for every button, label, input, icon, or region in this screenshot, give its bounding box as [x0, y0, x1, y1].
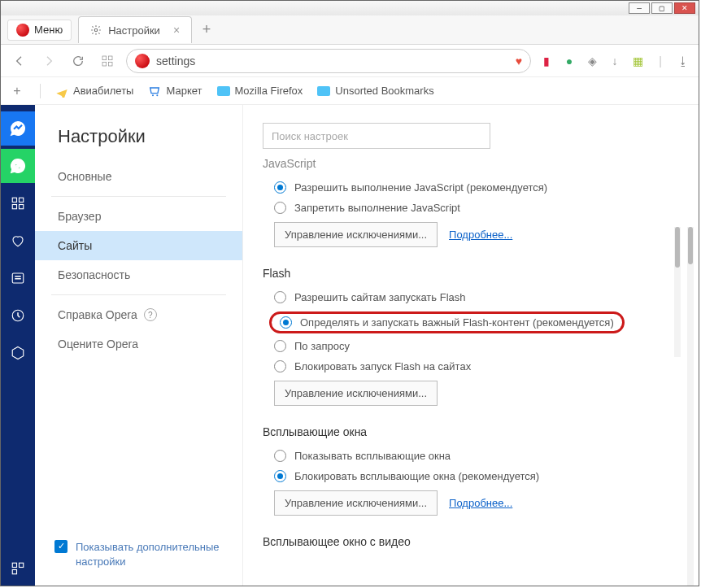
tab-settings[interactable]: Настройки ×: [78, 16, 192, 43]
opera-menu-label: Меню: [34, 24, 63, 36]
nav-back-button[interactable]: [9, 50, 30, 72]
page-scrollbar[interactable]: [687, 227, 694, 586]
ext-download-icon[interactable]: ↓: [607, 54, 622, 68]
section-javascript: JavaScript Разрешить выполнение JavaScri…: [263, 157, 679, 247]
ext-globe-icon[interactable]: ●: [562, 54, 577, 68]
ext-android-icon[interactable]: ▦: [630, 54, 645, 68]
bookmark-unsorted[interactable]: Unsorted Bookmarks: [317, 85, 433, 97]
nav-reload-button[interactable]: [67, 50, 89, 72]
rail-bookmarks[interactable]: [1, 224, 35, 258]
sidebar-item-sites[interactable]: Сайты: [35, 231, 242, 260]
tab-bar: Меню Настройки × +: [1, 15, 699, 45]
rail-speed-dial[interactable]: [1, 186, 35, 220]
extension-icons: ▮ ● ◈ ↓ ▦ | ⭳: [539, 54, 690, 68]
radio-popups-block[interactable]: Блокировать всплывающие окна (рекомендуе…: [274, 470, 679, 482]
svg-point-6: [157, 94, 159, 96]
radio-icon: [274, 450, 286, 462]
svg-point-0: [94, 28, 98, 32]
popups-manage-exceptions-button[interactable]: Управление исключениями...: [274, 490, 438, 516]
nav-forward-button[interactable]: [38, 50, 59, 72]
rail-news[interactable]: [1, 261, 35, 295]
settings-search-input[interactable]: Поиск настроек: [263, 123, 490, 149]
bookmark-heart-icon[interactable]: ♥: [516, 54, 522, 68]
content-area: Настройки Основные Браузер Сайты Безопас…: [1, 105, 699, 586]
tab-close-icon[interactable]: ×: [173, 24, 180, 37]
section-title-js: JavaScript: [263, 157, 679, 170]
bookmark-aviabilety[interactable]: Авиабилеты: [55, 85, 133, 98]
bookmarks-bar: + Авиабилеты Маркет Mozilla Firefox Unso…: [1, 77, 699, 105]
bookmark-market[interactable]: Маркет: [148, 85, 202, 98]
radio-flash-ask[interactable]: По запросу: [274, 340, 679, 352]
ext-shield-icon[interactable]: ◈: [585, 54, 599, 68]
sidebar-item-browser[interactable]: Браузер: [35, 202, 242, 231]
svg-rect-7: [12, 198, 16, 202]
show-advanced-checkbox[interactable]: ✓ Показывать дополнительные настройки: [35, 524, 242, 586]
sidebar-rate[interactable]: Оцените Opera: [35, 329, 242, 359]
popups-more-link[interactable]: Подробнее...: [449, 497, 512, 509]
svg-rect-15: [12, 563, 16, 567]
window-titlebar: [1, 1, 699, 15]
rail-extensions[interactable]: [1, 336, 35, 370]
radio-flash-detect-label[interactable]: Определять и запускать важный Flash-конт…: [300, 316, 614, 329]
settings-title: Настройки: [35, 126, 242, 162]
section-title-popups: Всплывающие окна: [263, 425, 679, 438]
sidebar-item-basic[interactable]: Основные: [35, 162, 242, 191]
svg-rect-3: [102, 62, 107, 66]
folder-icon: [217, 86, 230, 96]
js-more-link[interactable]: Подробнее...: [449, 229, 512, 241]
section-popups: Всплывающие окна Показывать всплывающие …: [263, 425, 679, 516]
address-text: settings: [156, 54, 195, 68]
radio-icon: [274, 360, 286, 372]
rail-whatsapp[interactable]: [1, 149, 35, 183]
ext-adblock-icon[interactable]: ▮: [539, 54, 554, 68]
sidebar-item-security[interactable]: Безопасность: [35, 260, 242, 290]
opera-logo-icon: [16, 24, 29, 37]
flash-manage-exceptions-button[interactable]: Управление исключениями...: [274, 381, 438, 406]
radio-flash-block[interactable]: Блокировать запуск Flash на сайтах: [274, 360, 679, 372]
opera-o-icon: [135, 54, 150, 68]
rail-history[interactable]: [1, 298, 35, 333]
svg-rect-9: [12, 205, 16, 209]
rail-settings[interactable]: [1, 551, 35, 586]
radio-flash-allow[interactable]: Разрешить сайтам запускать Flash: [274, 291, 679, 303]
rail-messenger[interactable]: [1, 111, 35, 146]
radio-icon: [274, 202, 286, 214]
window-frame: Меню Настройки × + settings ♥ ▮ ● ◈ ↓ ▦ …: [0, 0, 699, 586]
help-icon: ?: [144, 308, 157, 321]
window-minimize-button[interactable]: [629, 2, 650, 14]
opera-menu-button[interactable]: Меню: [7, 20, 72, 41]
radio-js-allow[interactable]: Разрешить выполнение JavaScript (рекомен…: [274, 181, 679, 194]
section-title-video: Всплывающее окно с видео: [263, 535, 679, 548]
radio-checked-icon: [280, 316, 292, 329]
svg-rect-4: [108, 62, 112, 66]
svg-rect-1: [102, 56, 107, 60]
bookmark-mozilla[interactable]: Mozilla Firefox: [217, 85, 303, 97]
svg-rect-8: [20, 198, 24, 202]
radio-popups-show[interactable]: Показывать всплывающие окна: [274, 450, 679, 462]
checkbox-checked-icon: ✓: [54, 540, 67, 553]
radio-checked-icon: [274, 470, 286, 482]
toolbar: settings ♥ ▮ ● ◈ ↓ ▦ | ⭳: [1, 45, 699, 77]
highlight-oval: Определять и запускать важный Flash-конт…: [269, 311, 625, 333]
bookmark-add-button[interactable]: +: [9, 84, 25, 98]
svg-rect-10: [20, 205, 24, 209]
svg-rect-17: [12, 570, 16, 574]
js-manage-exceptions-button[interactable]: Управление исключениями...: [274, 222, 438, 247]
svg-rect-2: [108, 56, 112, 60]
window-maximize-button[interactable]: [651, 2, 673, 14]
window-close-button[interactable]: [674, 2, 695, 14]
cart-icon: [148, 85, 161, 98]
section-title-flash: Flash: [263, 267, 679, 280]
downloads-tray-icon[interactable]: ⭳: [676, 54, 690, 68]
radio-js-block[interactable]: Запретить выполнение JavaScript: [274, 202, 679, 214]
tab-title: Настройки: [108, 24, 160, 37]
radio-icon: [274, 291, 286, 303]
plane-icon: [55, 85, 68, 98]
gear-icon: [90, 24, 102, 36]
speed-dial-button[interactable]: [97, 50, 118, 72]
new-tab-button[interactable]: +: [197, 20, 216, 40]
sidebar-help[interactable]: Справка Opera ?: [35, 300, 242, 329]
address-bar[interactable]: settings ♥: [126, 49, 531, 73]
panel-scrollbar[interactable]: [674, 227, 681, 357]
svg-rect-16: [20, 563, 24, 567]
